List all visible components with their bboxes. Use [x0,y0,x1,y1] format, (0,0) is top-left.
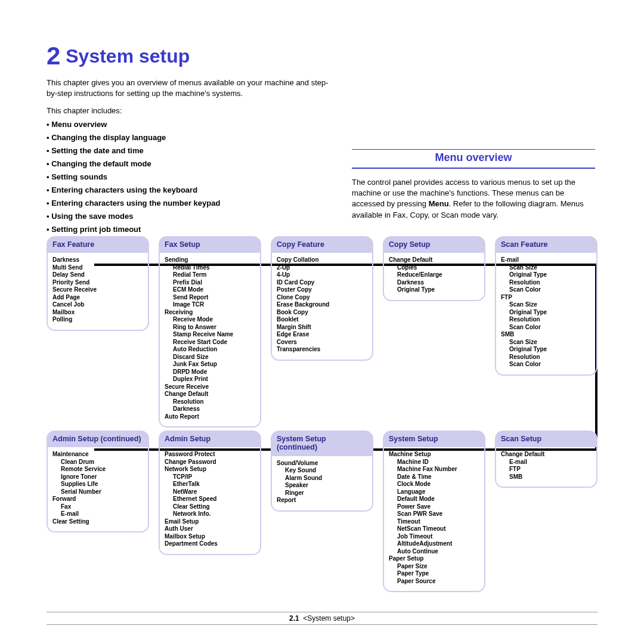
menu-item: Remote Service [52,466,143,473]
menu-item: Speaker [277,482,367,490]
menu-item: Darkness [389,279,479,287]
menu-item: FTP [501,294,592,302]
menu-box: Copy SetupChange DefaultCopiesReduce/Enl… [383,236,485,428]
menu-box: Copy FeatureCopy Collation2-Up4-UpID Car… [271,236,373,428]
menu-item: Ringer [277,490,367,497]
menu-item: Change Password [165,459,255,466]
menu-item: Machine ID [389,459,479,466]
menu-item: Default Mode [389,496,479,503]
menu-box: Admin SetupPassword ProtectChange Passwo… [159,431,261,592]
menu-item: Clone Copy [277,294,367,302]
menu-item: Booklet [277,316,367,324]
menu-item: TCP/IP [165,473,255,481]
menu-item: E-mail [52,510,143,518]
menu-item: Report [277,497,367,504]
menu-box-title: System Setup (continued) [271,431,373,456]
toc-item[interactable]: Changing the display language [47,133,602,142]
menu-item: Machine Fax Number [389,466,479,473]
menu-item: Clean Drum [52,459,143,466]
menu-item: Resolution [501,354,592,361]
menu-item: Polling [52,316,143,324]
menu-item: Machine Setup [389,451,479,459]
chapter-number: 2 [47,42,60,70]
menu-item: Delay Send [52,271,143,279]
menu-box-body: MaintenanceClean DrumRemote ServiceIgnor… [47,447,149,532]
menu-box-body: Machine SetupMachine IDMachine Fax Numbe… [383,447,485,592]
menu-item: Timeout [389,518,479,526]
menu-item: Poster Copy [277,286,367,294]
menu-box-title: Fax Feature [47,236,149,253]
menu-item: Scan Color [501,361,592,369]
menu-box-title: Admin Setup (continued) [47,431,149,447]
menu-box: Scan SetupChange DefaultE-mailFTPSMB [495,431,597,592]
menu-item: Department Codes [165,540,255,548]
menu-item: Change Default [389,256,479,264]
menu-item: Scan Size [501,301,592,309]
menu-box: Scan FeatureE-mailScan SizeOriginal Type… [495,236,597,428]
menu-box-body: Change DefaultE-mailFTPSMB [495,447,597,488]
menu-item: Fax [52,503,143,511]
menu-item: Stamp Receive Name [165,331,255,339]
menu-item: 2-Up [277,264,367,272]
menu-item: Resolution [165,398,255,406]
menu-item: Scan PWR Save [389,510,479,518]
chapter-name: System setup [66,45,190,67]
menu-item: Forward [52,496,143,503]
menu-item: Date & Time [389,473,479,481]
section-body-bold: Menu [429,199,449,208]
toc-label: This chapter includes: [47,106,602,115]
menu-item: Junk Fax Setup [165,361,255,369]
menu-item: Scan Color [501,324,592,332]
menu-item: Margin Shift [277,324,367,332]
menu-box: System SetupMachine SetupMachine IDMachi… [383,431,485,592]
menu-item: Network Info. [165,510,255,518]
toc-item[interactable]: Menu overview [47,120,602,129]
menu-item: Secure Receive [52,286,143,294]
menu-item: Ring to Answer [165,324,255,332]
menu-item: Resolution [501,316,592,324]
menu-item: NetWare [165,488,255,496]
menu-item: Auto Continue [389,548,479,556]
menu-item: Power Save [389,503,479,511]
menu-item: Covers [277,339,367,346]
menu-item: ID Card Copy [277,279,367,287]
menu-item: Erase Background [277,301,367,309]
menu-box: Admin Setup (continued)MaintenanceClean … [47,431,149,592]
menu-box: System Setup (continued)Sound/VolumeKey … [271,431,373,592]
menu-item: Resolution [501,279,592,287]
section-body: The control panel provides access to var… [352,177,595,221]
menu-item: SMB [501,473,592,481]
menu-box-title: Scan Feature [495,236,597,253]
menu-item: Redial Term [165,271,255,279]
menu-item: Prefix Dial [165,279,255,287]
menu-item: Email Setup [165,518,255,526]
menu-item: Mailbox [52,309,143,317]
menu-item: Add Page [52,294,143,302]
menu-item: Original Type [389,286,479,294]
menu-box-body: Password ProtectChange PasswordNetwork S… [159,447,261,555]
menu-item: Duplex Print [165,376,255,383]
menu-item: Language [389,488,479,496]
menu-item: ECM Mode [165,286,255,294]
menu-item: Network Setup [165,466,255,473]
menu-item: Original Type [501,346,592,354]
menu-box-title: Copy Setup [383,236,485,253]
menu-item: Serial Number [52,488,143,496]
menu-item: Clear Setting [52,518,143,526]
menu-box-title: Scan Setup [495,431,597,447]
menu-item: Ignore Toner [52,473,143,481]
menu-box: Fax SetupSendingRedial TimesRedial TermP… [159,236,261,428]
menu-item: Maintenance [52,451,143,459]
menu-item: Paper Type [389,570,479,578]
menu-box-body: Sound/VolumeKey SoundAlarm SoundSpeakerR… [271,456,373,512]
menu-item: Discard Size [165,354,255,361]
menu-item: Paper Source [389,578,479,586]
menu-item: Receive Start Code [165,339,255,346]
toc-item[interactable]: Setting print job timeout [47,225,602,234]
menu-item: SMB [501,331,592,339]
menu-item: Transparencies [277,346,367,354]
intro-paragraph: This chapter gives you an overview of me… [47,78,333,99]
menu-item: Alarm Sound [277,475,367,482]
menu-item: Job Timeout [389,533,479,541]
menu-item: Auto Report [165,413,255,421]
